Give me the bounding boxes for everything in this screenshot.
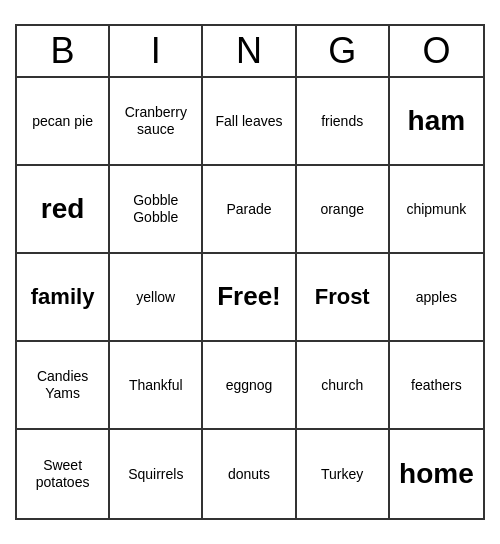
- bingo-cell-8: orange: [297, 166, 390, 254]
- bingo-cell-15: Candies Yams: [17, 342, 110, 430]
- bingo-cell-12: Free!: [203, 254, 296, 342]
- bingo-card: BINGO pecan pieCranberry sauceFall leave…: [15, 24, 485, 520]
- bingo-cell-1: Cranberry sauce: [110, 78, 203, 166]
- bingo-header: BINGO: [17, 26, 483, 78]
- bingo-cell-21: Squirrels: [110, 430, 203, 518]
- bingo-cell-16: Thankful: [110, 342, 203, 430]
- bingo-cell-11: yellow: [110, 254, 203, 342]
- bingo-cell-5: red: [17, 166, 110, 254]
- bingo-cell-9: chipmunk: [390, 166, 483, 254]
- header-letter-o: O: [390, 26, 483, 76]
- header-letter-g: G: [297, 26, 390, 76]
- bingo-cell-14: apples: [390, 254, 483, 342]
- bingo-cell-19: feathers: [390, 342, 483, 430]
- bingo-cell-24: home: [390, 430, 483, 518]
- bingo-cell-2: Fall leaves: [203, 78, 296, 166]
- header-letter-b: B: [17, 26, 110, 76]
- bingo-cell-4: ham: [390, 78, 483, 166]
- bingo-cell-17: eggnog: [203, 342, 296, 430]
- header-letter-i: I: [110, 26, 203, 76]
- bingo-cell-13: Frost: [297, 254, 390, 342]
- bingo-grid: pecan pieCranberry sauceFall leavesfrien…: [17, 78, 483, 518]
- header-letter-n: N: [203, 26, 296, 76]
- bingo-cell-20: Sweet potatoes: [17, 430, 110, 518]
- bingo-cell-22: donuts: [203, 430, 296, 518]
- bingo-cell-10: family: [17, 254, 110, 342]
- bingo-cell-0: pecan pie: [17, 78, 110, 166]
- bingo-cell-7: Parade: [203, 166, 296, 254]
- bingo-cell-6: Gobble Gobble: [110, 166, 203, 254]
- bingo-cell-18: church: [297, 342, 390, 430]
- bingo-cell-23: Turkey: [297, 430, 390, 518]
- bingo-cell-3: friends: [297, 78, 390, 166]
